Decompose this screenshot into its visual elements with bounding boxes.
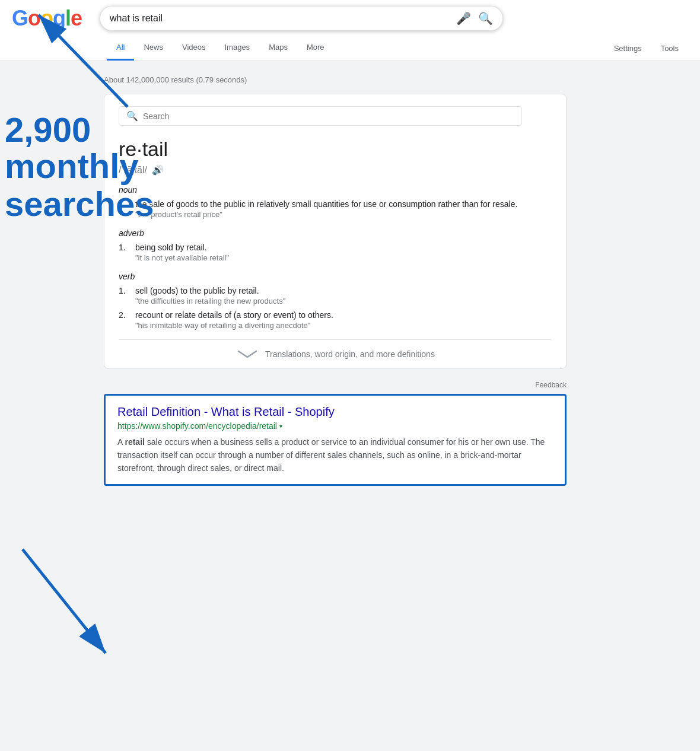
main-content: About 142,000,000 results (0.79 seconds)…: [0, 61, 700, 507]
tab-more[interactable]: More: [297, 36, 334, 61]
pos-adverb: adverb: [119, 228, 552, 238]
result-title[interactable]: Retail Definition - What is Retail - Sho…: [117, 405, 335, 418]
content-area: About 142,000,000 results (0.79 seconds)…: [104, 73, 567, 495]
google-logo: Google: [12, 6, 82, 31]
dictionary-card: 🔍 re·tail /ˈrēˌtāl/ 🔊 noun 1. the: [104, 94, 567, 369]
def-example-verb1: "the difficulties in retailing the new p…: [135, 297, 285, 306]
result-url: https://www.shopify.com/encyclopedia/ret…: [117, 421, 277, 431]
word-section-noun: noun 1. the sale of goods to the public …: [119, 185, 552, 219]
snippet-highlight: retail: [125, 437, 144, 447]
header-top: Google what is retail 🎤 🔍: [12, 6, 688, 36]
settings-link[interactable]: Settings: [604, 37, 651, 60]
dict-search-row: 🔍: [119, 106, 522, 126]
word-phonetic: /ˈrēˌtāl/ 🔊: [119, 164, 552, 176]
def-text-verb1: sell (goods) to the public by retail.: [135, 286, 285, 295]
pos-noun: noun: [119, 185, 552, 195]
nav-tabs: All News Videos Images Maps More Setting…: [107, 36, 688, 61]
def-content-adverb: being sold by retail. "it is not yet ava…: [135, 243, 229, 262]
word-section-verb: verb 1. sell (goods) to the public by re…: [119, 272, 552, 330]
def-num-adv: 1.: [119, 243, 131, 262]
def-num-verb1: 1.: [119, 286, 131, 306]
page-wrapper: 2,900 monthly searches Google what is re…: [0, 0, 700, 751]
arrow-down-icon: [5, 543, 123, 662]
logo-e: e: [71, 6, 82, 31]
def-num: 1.: [119, 199, 131, 219]
more-definitions-row[interactable]: Translations, word origin, and more defi…: [119, 339, 552, 368]
def-content-noun: the sale of goods to the public in relat…: [135, 199, 517, 219]
def-content-verb2: recount or relate details of (a story or…: [135, 310, 333, 330]
def-example-adverb: "it is not yet available retail": [135, 253, 229, 262]
verb-def-2: 2. recount or relate details of (a story…: [119, 310, 552, 330]
result-dropdown-icon[interactable]: ▾: [279, 423, 282, 429]
def-example-noun: "the product's retail price": [135, 210, 517, 219]
result-url-row: https://www.shopify.com/encyclopedia/ret…: [117, 421, 553, 431]
header: Google what is retail 🎤 🔍 All News Video…: [0, 0, 700, 61]
noun-def-1: 1. the sale of goods to the public in re…: [119, 199, 552, 219]
logo-o2: o: [40, 6, 53, 31]
microphone-icon[interactable]: 🎤: [456, 11, 471, 26]
logo-g2: g: [53, 6, 65, 31]
chevron-down-icon: [236, 348, 259, 360]
def-text-adverb: being sold by retail.: [135, 243, 229, 252]
word-title: re·tail: [119, 138, 552, 161]
search-icons: 🎤 🔍: [456, 11, 493, 26]
def-text-verb2: recount or relate details of (a story or…: [135, 310, 333, 320]
pos-verb: verb: [119, 272, 552, 281]
adverb-def-1: 1. being sold by retail. "it is not yet …: [119, 243, 552, 262]
svg-line-3: [23, 549, 106, 653]
speaker-icon[interactable]: 🔊: [152, 164, 164, 176]
dict-search-icon: 🔍: [126, 110, 138, 122]
def-content-verb1: sell (goods) to the public by retail. "t…: [135, 286, 285, 306]
logo-o1: o: [28, 6, 40, 31]
phonetic-text: /ˈrēˌtāl/: [119, 164, 147, 176]
def-example-verb2: "his inimitable way of retailing a diver…: [135, 321, 333, 330]
noun-definitions: 1. the sale of goods to the public in re…: [119, 199, 552, 219]
dict-search-input[interactable]: [143, 112, 514, 121]
result-snippet: A retail sale occurs when a business sel…: [117, 435, 553, 475]
logo-l: l: [65, 6, 71, 31]
search-input[interactable]: what is retail: [110, 13, 450, 24]
def-text-noun: the sale of goods to the public in relat…: [135, 199, 517, 209]
tab-news[interactable]: News: [134, 36, 173, 61]
results-info: About 142,000,000 results (0.79 seconds): [104, 73, 567, 84]
adverb-definitions: 1. being sold by retail. "it is not yet …: [119, 243, 552, 262]
search-result-shopify: Retail Definition - What is Retail - Sho…: [104, 394, 567, 486]
tools-link[interactable]: Tools: [651, 37, 688, 60]
tab-maps[interactable]: Maps: [259, 36, 297, 61]
verb-definitions: 1. sell (goods) to the public by retail.…: [119, 286, 552, 330]
tab-images[interactable]: Images: [215, 36, 259, 61]
search-button-icon[interactable]: 🔍: [478, 11, 493, 26]
def-num-verb2: 2.: [119, 310, 131, 330]
tab-all[interactable]: All: [107, 36, 134, 61]
verb-def-1: 1. sell (goods) to the public by retail.…: [119, 286, 552, 306]
more-defs-label: Translations, word origin, and more defi…: [265, 349, 435, 359]
tab-videos[interactable]: Videos: [173, 36, 215, 61]
feedback-row: Feedback: [104, 378, 567, 394]
logo-g1: G: [12, 6, 28, 31]
word-section-adverb: adverb 1. being sold by retail. "it is n…: [119, 228, 552, 262]
search-box: what is retail 🎤 🔍: [100, 6, 503, 31]
feedback-label[interactable]: Feedback: [535, 381, 567, 389]
